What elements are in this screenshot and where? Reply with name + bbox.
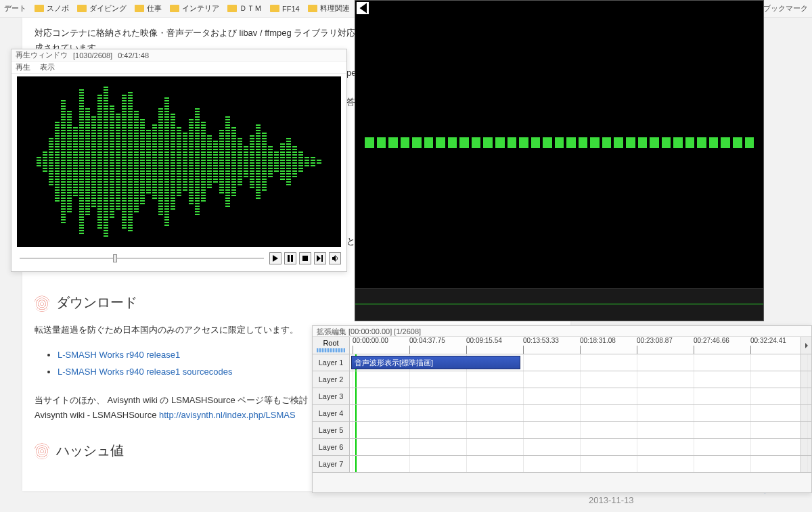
- preview-wave-block: [531, 137, 541, 148]
- timeline-ruler[interactable]: 00:00:00.0000:04:37.7500:09:15.5400:13:5…: [350, 337, 800, 354]
- timeline-clip[interactable]: 音声波形表示[標準描画]: [351, 356, 520, 369]
- waveform-bar: [67, 110, 72, 213]
- waveform-bar: [304, 156, 309, 167]
- sidebar-post-date: 2013-11-13: [589, 495, 634, 505]
- layer-scrollbar[interactable]: [800, 439, 811, 455]
- bookmark-folder[interactable]: FF14: [270, 5, 300, 13]
- preview-wave-block: [685, 137, 695, 148]
- layer-track[interactable]: [350, 456, 800, 472]
- layer-label[interactable]: Layer 4: [313, 405, 350, 421]
- preview-wave-block: [412, 137, 422, 148]
- waveform-bar: [152, 124, 157, 200]
- waveform-bar: [280, 143, 285, 181]
- ruler-tick: 00:32:24.41: [750, 337, 786, 344]
- layer-row: Layer 5: [313, 422, 811, 439]
- root-cell[interactable]: Root: [313, 337, 350, 354]
- folder-icon: [170, 5, 179, 12]
- layer-label[interactable]: Layer 2: [313, 371, 350, 388]
- waveform-bar: [244, 145, 248, 178]
- waveform-bar: [207, 135, 212, 189]
- waveform-bar: [122, 94, 127, 229]
- root-minimap: [317, 348, 345, 352]
- waveform-bar: [219, 129, 224, 194]
- download-link[interactable]: L-SMASH Works r940 release1: [58, 350, 180, 360]
- playhead-marker[interactable]: [355, 456, 357, 472]
- preview-wave-block: [483, 137, 493, 148]
- layer-scrollbar[interactable]: [800, 405, 811, 421]
- waveform-bar: [128, 91, 133, 232]
- waveform-bar: [43, 151, 47, 172]
- bookmark-folder[interactable]: 仕事: [135, 3, 162, 14]
- back-to-start-button[interactable]: [357, 2, 369, 14]
- pause-button[interactable]: [284, 252, 296, 264]
- bookmark-folder[interactable]: インテリア: [170, 3, 219, 14]
- waveform-bar: [158, 108, 163, 216]
- layer-track[interactable]: [350, 439, 800, 455]
- menu-play[interactable]: 再生: [16, 62, 30, 72]
- stop-button[interactable]: [299, 252, 311, 264]
- folder-icon: [308, 5, 317, 12]
- preview-window: [355, 0, 764, 321]
- preview-wave-block: [459, 137, 469, 148]
- preview-wave-block: [472, 137, 481, 148]
- layer-scrollbar[interactable]: [800, 422, 811, 438]
- svg-rect-2: [302, 256, 308, 261]
- download-link[interactable]: L-SMASH Works r940 release1 sourcecodes: [58, 367, 232, 377]
- waveform-bar: [213, 140, 218, 183]
- preview-wave-block: [697, 137, 706, 148]
- layer-track[interactable]: [350, 371, 800, 388]
- layer-label[interactable]: Layer 5: [313, 422, 350, 438]
- ruler-scroll-right[interactable]: [800, 337, 811, 354]
- skip-end-button[interactable]: [314, 252, 326, 264]
- waveform-bar: [317, 159, 321, 164]
- bookmark-folder[interactable]: 料理関連: [308, 3, 350, 14]
- bookmark-trunc[interactable]: デート: [4, 3, 26, 14]
- wiki-link[interactable]: http://avisynth.nl/index.php/LSMAS: [159, 410, 296, 420]
- timeline-titlebar[interactable]: 拡張編集 [00:00:00.00] [1/2608]: [313, 326, 811, 337]
- bookmark-folder[interactable]: ＤＴＭ: [227, 3, 262, 14]
- bookmark-folder[interactable]: スノボ: [35, 3, 69, 14]
- preview-wave-block: [579, 137, 588, 148]
- layer-label[interactable]: Layer 6: [313, 439, 350, 455]
- waveform-bar: [311, 156, 315, 167]
- layer-label[interactable]: Layer 3: [313, 388, 350, 404]
- layer-track[interactable]: [350, 405, 800, 421]
- layer-track[interactable]: [350, 422, 800, 438]
- seek-thumb[interactable]: [113, 254, 117, 262]
- waveform-bar: [286, 137, 291, 186]
- seek-slider[interactable]: [17, 253, 267, 264]
- playback-titlebar[interactable]: 再生ウィンドウ [1030/2608] 0:42/1:48: [12, 49, 346, 62]
- waveform-bar: [238, 137, 242, 186]
- waveform-bar: [225, 116, 230, 208]
- play-button[interactable]: [269, 252, 281, 264]
- fingerprint-icon: [35, 294, 49, 312]
- preview-wave-block: [638, 137, 648, 148]
- layer-track[interactable]: [350, 388, 800, 404]
- waveform-bar: [110, 105, 114, 218]
- ruler-tick: 00:00:00.00: [353, 337, 388, 344]
- layer-label[interactable]: Layer 7: [313, 456, 350, 472]
- layer-scrollbar[interactable]: [800, 354, 811, 371]
- waveform-bar: [171, 113, 175, 210]
- waveform-bar: [134, 110, 139, 213]
- layer-scrollbar[interactable]: [800, 371, 811, 388]
- volume-button[interactable]: [329, 252, 341, 264]
- svg-rect-0: [288, 255, 290, 262]
- bookmark-folder[interactable]: ダイビング: [77, 3, 127, 14]
- playhead-marker[interactable]: [355, 405, 357, 421]
- waveform-bar: [49, 137, 53, 186]
- layer-scrollbar[interactable]: [800, 456, 811, 472]
- playhead-marker[interactable]: [355, 422, 357, 438]
- playhead-marker[interactable]: [355, 388, 357, 404]
- menu-view[interactable]: 表示: [40, 62, 55, 72]
- preview-waveform: [365, 137, 754, 148]
- waveform-bar: [73, 126, 78, 197]
- preview-wave-block: [519, 137, 528, 148]
- waveform-bar: [195, 108, 200, 216]
- preview-wave-block: [721, 137, 730, 148]
- layer-label[interactable]: Layer 1: [313, 354, 350, 371]
- layer-scrollbar[interactable]: [800, 388, 811, 404]
- playhead-marker[interactable]: [355, 371, 357, 388]
- layer-track[interactable]: 音声波形表示[標準描画]: [350, 354, 800, 371]
- playhead-marker[interactable]: [355, 439, 357, 455]
